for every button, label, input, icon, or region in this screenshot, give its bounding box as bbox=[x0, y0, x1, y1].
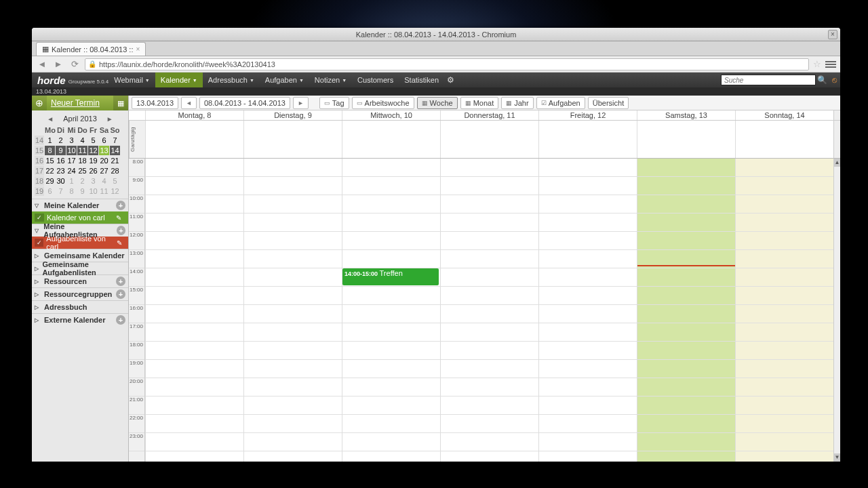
mini-day[interactable]: 7 bbox=[56, 186, 66, 196]
week-grid[interactable]: 8:009:0010:0011:0012:0013:0014:0015:0016… bbox=[129, 159, 840, 462]
top-menu-aufgaben[interactable]: Aufgaben▼ bbox=[260, 73, 309, 87]
view-aufgaben[interactable]: ☑Aufgaben bbox=[536, 97, 585, 109]
mini-week-number[interactable]: 14 bbox=[35, 136, 44, 145]
goto-date[interactable]: 13.04.2013 bbox=[132, 97, 178, 109]
browser-menu-icon[interactable] bbox=[825, 59, 836, 70]
datepicker-icon[interactable]: ▦ bbox=[113, 96, 128, 110]
day-header[interactable]: Donnerstag, 11 bbox=[440, 110, 538, 120]
view-tag[interactable]: ▭Tag bbox=[319, 97, 349, 109]
mini-day[interactable]: 2 bbox=[77, 176, 87, 186]
add-icon[interactable]: + bbox=[116, 277, 125, 286]
browser-tab[interactable]: ▦ Kalender :: 08.04.2013 :: × bbox=[36, 42, 146, 56]
mini-week-number[interactable]: 19 bbox=[35, 186, 44, 196]
mini-day[interactable]: 20 bbox=[99, 156, 109, 165]
next-week-button[interactable]: ► bbox=[293, 97, 309, 109]
mini-day[interactable]: 30 bbox=[56, 176, 66, 186]
mini-day[interactable]: 4 bbox=[77, 136, 87, 145]
reload-button[interactable]: ⟳ bbox=[68, 58, 81, 70]
mini-day[interactable]: 21 bbox=[110, 156, 120, 165]
scrollbar[interactable]: ▲ ▼ bbox=[833, 159, 840, 462]
mini-day[interactable]: 24 bbox=[66, 166, 77, 176]
back-button[interactable]: ◄ bbox=[36, 58, 48, 70]
allday-cell[interactable] bbox=[243, 121, 342, 158]
mini-day[interactable]: 11 bbox=[77, 146, 87, 155]
checkbox-icon[interactable]: ✓ bbox=[35, 214, 44, 222]
mini-day[interactable]: 1 bbox=[66, 176, 77, 186]
sidebar-section-head[interactable]: ▷Gemeinsame Aufgabenlisten bbox=[32, 262, 128, 274]
top-menu-adressbuch[interactable]: Adressbuch▼ bbox=[203, 73, 260, 87]
bookmark-icon[interactable]: ☆ bbox=[813, 59, 821, 69]
edit-icon[interactable]: ✎ bbox=[117, 239, 125, 247]
day-column[interactable] bbox=[145, 159, 243, 462]
mini-day[interactable]: 18 bbox=[77, 156, 87, 165]
allday-cell[interactable] bbox=[735, 121, 833, 158]
logout-icon[interactable]: ⎋ bbox=[828, 74, 840, 86]
mini-day[interactable]: 7 bbox=[110, 136, 120, 145]
mini-day[interactable]: 9 bbox=[77, 186, 87, 196]
allday-cell[interactable] bbox=[342, 121, 440, 158]
sidebar-section-head[interactable]: ▽Meine Kalender+ bbox=[32, 199, 128, 211]
allday-cell[interactable] bbox=[538, 121, 637, 158]
mini-day[interactable]: 3 bbox=[88, 176, 98, 186]
horde-logo[interactable]: horde bbox=[32, 75, 71, 86]
allday-cell[interactable] bbox=[637, 121, 735, 158]
day-header[interactable]: Sonntag, 14 bbox=[735, 110, 833, 120]
mini-day[interactable]: 5 bbox=[88, 136, 98, 145]
mini-day[interactable]: 28 bbox=[110, 166, 120, 176]
day-column[interactable] bbox=[538, 159, 637, 462]
date-range[interactable]: 08.04.2013 - 14.04.2013 bbox=[199, 97, 290, 109]
mini-day[interactable]: 12 bbox=[110, 186, 120, 196]
mini-day[interactable]: 11 bbox=[99, 186, 109, 196]
scroll-up-icon[interactable]: ▲ bbox=[834, 159, 840, 167]
day-column[interactable] bbox=[440, 159, 538, 462]
allday-cell[interactable] bbox=[440, 121, 538, 158]
view-monat[interactable]: ▦Monat bbox=[460, 97, 499, 109]
top-menu-webmail[interactable]: Webmail▼ bbox=[108, 73, 155, 87]
mini-day[interactable]: 6 bbox=[99, 136, 109, 145]
mini-day[interactable]: 4 bbox=[99, 176, 109, 186]
mini-day[interactable]: 27 bbox=[99, 166, 109, 176]
mini-day[interactable]: 12 bbox=[88, 146, 98, 155]
mini-day[interactable]: 14 bbox=[110, 146, 120, 155]
top-menu-customers[interactable]: Customers bbox=[352, 73, 399, 87]
prev-month-icon[interactable]: ◄ bbox=[47, 115, 54, 123]
scroll-down-icon[interactable]: ▼ bbox=[834, 453, 840, 462]
sidebar-section-head[interactable]: ▷Adressbuch bbox=[32, 301, 128, 313]
add-icon[interactable]: + bbox=[117, 226, 125, 235]
sidebar-calendar-item[interactable]: ✓Aufgabenliste von carl✎ bbox=[32, 237, 128, 249]
url-bar[interactable]: 🔒 https://launix.de/horde/kronolith/#wee… bbox=[85, 58, 809, 70]
mini-day[interactable]: 1 bbox=[45, 136, 55, 145]
view-arbeitswoche[interactable]: ▭Arbeitswoche bbox=[352, 97, 414, 109]
sidebar-section-head[interactable]: ▷Ressourcen+ bbox=[32, 275, 128, 287]
edit-icon[interactable]: ✎ bbox=[116, 214, 125, 222]
add-icon[interactable]: + bbox=[116, 201, 125, 210]
allday-cell[interactable] bbox=[145, 121, 243, 158]
mini-day[interactable]: 6 bbox=[45, 186, 55, 196]
day-header[interactable]: Mittwoch, 10 bbox=[342, 110, 440, 120]
mini-day[interactable]: 23 bbox=[56, 166, 66, 176]
mini-week-number[interactable]: 18 bbox=[35, 176, 44, 186]
view-jahr[interactable]: ▦Jahr bbox=[501, 97, 533, 109]
mini-day[interactable]: 8 bbox=[66, 186, 77, 196]
view-übersicht[interactable]: Übersicht bbox=[588, 97, 629, 109]
close-tab-icon[interactable]: × bbox=[136, 45, 140, 53]
mini-day[interactable]: 8 bbox=[45, 146, 55, 155]
mini-day[interactable]: 22 bbox=[45, 166, 55, 176]
calendar-event[interactable]: 14:00-15:00 Treffen bbox=[342, 268, 439, 285]
mini-day[interactable]: 9 bbox=[56, 146, 66, 155]
mini-day[interactable]: 16 bbox=[56, 156, 66, 165]
forward-button[interactable]: ► bbox=[52, 58, 64, 70]
next-month-icon[interactable]: ► bbox=[106, 115, 113, 123]
day-column[interactable]: 14:00-15:00 Treffen bbox=[342, 159, 440, 462]
mini-day[interactable]: 15 bbox=[45, 156, 55, 165]
mini-day[interactable]: 2 bbox=[56, 136, 66, 145]
new-event-button[interactable]: ⊕ Neuer Termin ▦ bbox=[32, 96, 128, 110]
top-menu-statistiken[interactable]: Statistiken bbox=[399, 73, 444, 87]
day-column[interactable] bbox=[735, 159, 833, 462]
mini-day[interactable]: 10 bbox=[66, 146, 77, 155]
search-input[interactable] bbox=[721, 75, 816, 85]
day-column[interactable] bbox=[243, 159, 342, 462]
mini-day[interactable]: 10 bbox=[88, 186, 98, 196]
mini-week-number[interactable]: 15 bbox=[35, 146, 44, 155]
mini-week-number[interactable]: 16 bbox=[35, 156, 44, 165]
